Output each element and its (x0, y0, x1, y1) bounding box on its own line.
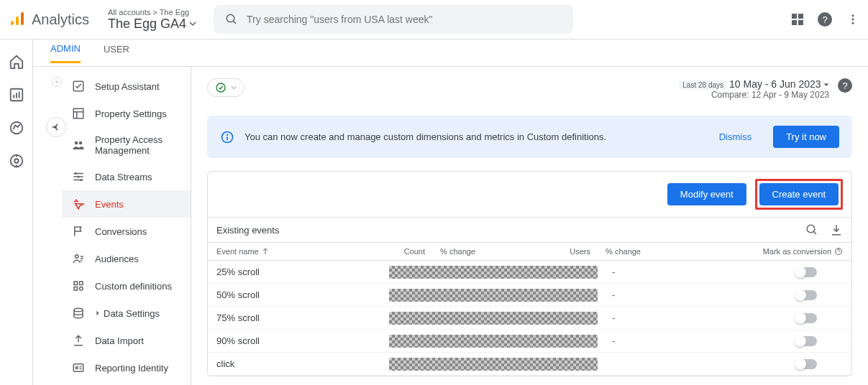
caret-right-icon (95, 310, 101, 316)
conversion-toggle[interactable] (795, 313, 817, 323)
sidebar-item-setup-assistant[interactable]: Setup Assistant (62, 73, 191, 100)
event-name-cell: 50% scroll (216, 289, 389, 300)
collapse-sidebar-button[interactable] (46, 117, 66, 137)
col-count[interactable]: Count (389, 247, 425, 256)
card-subheader: Existing events (208, 218, 851, 243)
advertising-icon[interactable] (9, 153, 24, 169)
svg-point-31 (80, 287, 83, 291)
col-change-1[interactable]: % change (425, 247, 475, 256)
svg-rect-30 (74, 287, 78, 291)
svg-rect-28 (74, 282, 78, 285)
table-row[interactable]: click (208, 353, 851, 376)
sidebar-item-property-settings[interactable]: Property Settings (62, 100, 191, 127)
property-selector[interactable]: All accounts > The Egg The Egg GA4 (108, 8, 196, 32)
modify-event-button[interactable]: Modify event (667, 183, 746, 205)
table-row[interactable]: 75% scroll - (208, 307, 851, 330)
sidebar-item-audiences[interactable]: Audiences (62, 245, 191, 272)
banner-message: You can now create and manage custom dim… (245, 131, 709, 142)
svg-point-26 (81, 180, 82, 181)
info-banner: You can now create and manage custom dim… (207, 116, 852, 158)
top-row: Last 28 days10 May - 6 Jun 2023 Compare:… (207, 78, 852, 100)
card-title: Existing events (216, 225, 794, 236)
svg-rect-2 (21, 12, 24, 25)
col-change-2[interactable]: % change (590, 247, 641, 256)
redacted-data (389, 266, 598, 279)
svg-point-27 (76, 255, 79, 259)
tab-admin[interactable]: ADMIN (50, 43, 81, 63)
admin-area: ADMIN USER Setup Assistant Property Sett… (33, 40, 868, 385)
banner-dismiss[interactable]: Dismiss (719, 131, 752, 142)
nav-rail (0, 40, 33, 385)
redacted-data (389, 289, 598, 302)
help-icon[interactable]: ? (818, 12, 832, 27)
conversion-toggle[interactable] (795, 267, 817, 277)
date-range-selector[interactable]: Last 28 days10 May - 6 Jun 2023 Compare:… (680, 78, 829, 100)
svg-rect-9 (13, 95, 14, 98)
logo-block[interactable]: Analytics (9, 11, 102, 28)
search-icon (225, 13, 238, 26)
help-small-icon[interactable] (834, 247, 843, 256)
col-users[interactable]: Users (554, 247, 590, 256)
page-help-icon[interactable]: ? (838, 78, 852, 93)
svg-line-42 (813, 231, 816, 234)
sidebar-item-reporting-identity[interactable]: Reporting Identity (62, 354, 191, 381)
banner-cta-button[interactable]: Try it now (773, 126, 839, 148)
sidebar-item-data-settings[interactable]: Data Settings (62, 300, 191, 327)
conversion-toggle[interactable] (795, 359, 817, 369)
svg-rect-10 (16, 93, 17, 98)
svg-rect-16 (73, 108, 83, 119)
property-sidebar: Setup Assistant Property Settings Proper… (62, 67, 191, 385)
sidebar-item-custom-definitions[interactable]: Custom definitions (62, 272, 191, 300)
sidebar-item-events[interactable]: Events (62, 190, 191, 218)
search-bar[interactable] (214, 5, 573, 34)
apps-icon[interactable] (792, 14, 803, 25)
create-event-button[interactable]: Create event (759, 183, 839, 205)
dash-cell: - (612, 312, 648, 323)
status-pill[interactable] (207, 78, 245, 97)
sidebar-item-conversions[interactable]: Conversions (62, 218, 191, 245)
table-row[interactable]: 25% scroll - (208, 261, 851, 284)
svg-rect-11 (18, 91, 19, 98)
svg-point-37 (216, 83, 225, 92)
body: ADMIN USER Setup Assistant Property Sett… (0, 40, 868, 385)
chevron-down-icon (231, 85, 237, 91)
explore-icon[interactable] (9, 120, 24, 136)
table-row[interactable]: 90% scroll - (208, 330, 851, 353)
home-icon[interactable] (9, 54, 24, 70)
sidebar-item-property-access[interactable]: Property Access Management (62, 127, 191, 163)
svg-point-12 (10, 122, 22, 134)
conversion-toggle[interactable] (795, 290, 817, 300)
custom-icon (72, 279, 85, 292)
event-name-cell: click (216, 358, 389, 369)
redacted-data (389, 358, 598, 371)
reports-icon[interactable] (9, 87, 24, 103)
download-icon[interactable] (830, 223, 843, 236)
svg-point-40 (227, 134, 228, 135)
brand-text: Analytics (32, 11, 89, 28)
table-header: Event name Count % change Users % change… (208, 243, 851, 261)
breadcrumb: All accounts > The Egg (108, 8, 196, 17)
search-input[interactable] (247, 14, 562, 25)
svg-rect-0 (11, 21, 14, 25)
svg-point-25 (78, 176, 79, 177)
flag-icon (72, 225, 85, 238)
table-row[interactable]: 50% scroll - (208, 284, 851, 307)
svg-point-6 (852, 19, 854, 21)
conversion-toggle[interactable] (795, 336, 817, 346)
search-icon[interactable] (805, 223, 818, 236)
app-header: Analytics All accounts > The Egg The Egg… (0, 0, 868, 40)
info-icon (220, 130, 234, 144)
col-event-name[interactable]: Event name (216, 247, 389, 256)
sidebar-item-data-import[interactable]: Data Import (62, 327, 191, 354)
svg-rect-1 (16, 17, 19, 25)
svg-point-41 (807, 225, 815, 233)
tab-user[interactable]: USER (104, 44, 129, 62)
arrow-left-icon (50, 121, 62, 133)
more-icon[interactable] (846, 13, 859, 26)
event-name-cell: 75% scroll (216, 312, 389, 323)
svg-point-7 (852, 22, 854, 24)
property-name: The Egg GA4 (108, 17, 196, 32)
event-name-cell: 25% scroll (216, 266, 389, 277)
sidebar-item-data-streams[interactable]: Data Streams (62, 163, 191, 190)
redacted-data (389, 312, 598, 325)
